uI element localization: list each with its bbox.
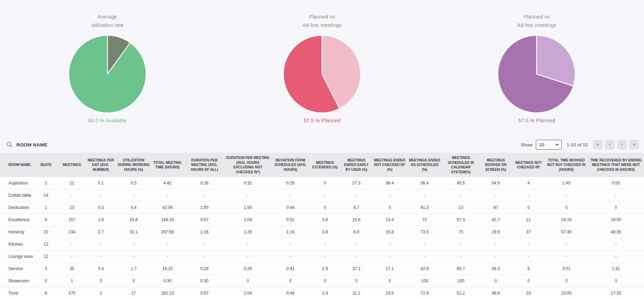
table-cell: - xyxy=(117,189,151,202)
table-cell: 4.4 xyxy=(117,202,151,214)
column-header[interactable]: TOTAL MEETING TIME (HOURS) xyxy=(151,153,184,177)
table-cell: 57:45 xyxy=(545,226,588,238)
chart-value-label: 90.0 % Available xyxy=(88,117,127,124)
table-cell: 27.3 xyxy=(340,177,373,189)
column-header[interactable]: TOTAL TIME BOOKED BUT NOT CHECKED IN (HO… xyxy=(545,153,588,177)
column-header[interactable]: ROOM NAME xyxy=(0,153,33,177)
table-cell: Honesty xyxy=(0,226,33,238)
table-cell: 0.3 xyxy=(85,202,117,214)
column-header[interactable]: MEETINGS SCHEDULED IN CALENDAR SYSTEM(%) xyxy=(442,153,479,177)
table-cell: - xyxy=(310,238,340,251)
table-cell: 1.7 xyxy=(117,263,151,275)
table-cell: - xyxy=(479,189,512,202)
table-cell: 24:15 xyxy=(545,214,588,226)
table-cell: - xyxy=(407,238,442,251)
room-name-search-input[interactable] xyxy=(16,142,122,148)
column-header[interactable]: SEATS xyxy=(33,153,59,177)
next-page-button[interactable]: › xyxy=(617,140,627,150)
page-size-select[interactable]: 20 xyxy=(536,140,561,149)
rooms-table: ROOM NAMESEATSMEETINGSMEETINGS PER DAY (… xyxy=(0,153,644,297)
table-cell: - xyxy=(545,251,588,263)
table-cell: 149:15 xyxy=(151,214,184,226)
column-header[interactable]: MEETINGS ENDED NOT CHECKED IN* (%) xyxy=(373,153,407,177)
table-cell: 17:15 xyxy=(588,287,644,297)
chart-title: Average utilization rate xyxy=(91,13,123,29)
table-cell: 0 xyxy=(340,275,373,287)
table-cell: 2.7 xyxy=(85,226,117,238)
table-cell: 11.2 xyxy=(340,287,373,297)
table-cell: - xyxy=(59,238,85,251)
column-header[interactable]: MEETINGS BOOKED ON SCREEN (%) xyxy=(479,153,512,177)
table-cell: - xyxy=(340,189,373,202)
column-header[interactable]: MEETINGS PER DAY (AVG. NUMBER) xyxy=(85,153,117,177)
column-header[interactable]: DURATION PER MEETING (AVG. HOURS EXCLUDI… xyxy=(225,153,271,177)
table-cell: 6 xyxy=(33,287,59,297)
table-cell: 1 xyxy=(59,275,85,287)
column-header[interactable]: DEVIATION FROM SCHEDULED (AVG. HOURS) xyxy=(271,153,310,177)
table-cell: Collab table xyxy=(0,189,33,202)
table-cell: 0:50 xyxy=(588,177,644,189)
table-row: Service3350.41.716:100:280:290:412.937.1… xyxy=(0,263,644,275)
column-header[interactable]: MEETINGS EXTENDED (%) xyxy=(310,153,340,177)
table-cell: 0 xyxy=(117,275,151,287)
last-page-button[interactable]: » xyxy=(629,140,639,150)
table-cell: 21 xyxy=(512,214,545,226)
table-cell: 0 xyxy=(545,202,588,214)
table-cell: 1:24 xyxy=(271,226,310,238)
page-size-select-wrap: 20 xyxy=(536,140,562,150)
table-cell: 0 xyxy=(479,275,512,287)
table-cell: 65.7 xyxy=(442,263,479,275)
table-cell: 0:25 xyxy=(271,177,310,189)
table-cell: - xyxy=(310,251,340,263)
table-cell: 31.1 xyxy=(117,226,151,238)
table-cell: - xyxy=(59,251,85,263)
table-cell: 0 xyxy=(271,275,310,287)
table-cell: 0 xyxy=(512,202,545,214)
column-header[interactable]: MEETINGS ENDED EARLY BY USER (%) xyxy=(340,153,373,177)
table-cell: 45.5 xyxy=(442,177,479,189)
table-row: Honesty202342.731.1297:581:161:291:243.8… xyxy=(0,226,644,238)
table-cell: 36.4 xyxy=(373,177,407,189)
planned-adhoc-pie-chart xyxy=(282,34,362,114)
table-cell: 1:16 xyxy=(184,226,225,238)
table-cell: 3:01 xyxy=(545,263,588,275)
table-cell: 2.9 xyxy=(310,263,340,275)
column-header[interactable]: MEETINGS ENDED AS SCHEDULED (%) xyxy=(407,153,442,177)
table-cell: 0:57 xyxy=(184,214,225,226)
table-cell: 0 xyxy=(373,202,407,214)
chart-title: Planned vs Ad-hoc meetings xyxy=(302,13,342,29)
table-cell: - xyxy=(373,189,407,202)
page-range-text: 1-10 of 10 xyxy=(567,142,588,147)
first-page-button[interactable]: « xyxy=(593,140,602,150)
table-cell: 157 xyxy=(59,214,85,226)
column-header[interactable]: UTILIZATION DURING WORKING HOURS (%) xyxy=(117,153,151,177)
table-cell: - xyxy=(340,238,373,251)
column-header[interactable]: MEETINGS NOT CHECKED IN* xyxy=(512,153,545,177)
table-cell: 4:42 xyxy=(151,177,184,189)
table-cell: - xyxy=(442,189,479,202)
column-header[interactable]: MEETINGS xyxy=(59,153,85,177)
column-header[interactable]: TIME RECOVERED BY ENDING MEETINGS THAT W… xyxy=(588,153,644,177)
table-cell: - xyxy=(151,251,184,263)
table-cell: - xyxy=(117,238,151,251)
table-cell: - xyxy=(225,189,271,202)
table-cell: 14 xyxy=(33,189,59,202)
table-cell: - xyxy=(151,189,184,202)
table-cell: 23 xyxy=(59,202,85,214)
table-cell: 0 xyxy=(85,275,117,287)
chart-value-label: 57.5 % Planned xyxy=(304,117,340,124)
table-cell: - xyxy=(588,251,644,263)
previous-page-button[interactable]: ‹ xyxy=(605,140,615,150)
table-cell: 0:30 xyxy=(184,275,225,287)
table-cell: 17.1 xyxy=(373,263,407,275)
table-cell: - xyxy=(545,189,588,202)
table-cell: 1 xyxy=(33,202,59,214)
table-cell: 0.1 xyxy=(85,177,117,189)
table-cell: - xyxy=(59,189,85,202)
table-cell: 0:44 xyxy=(271,287,310,297)
table-cell: 0 xyxy=(512,275,545,287)
table-cell: 0 xyxy=(545,275,588,287)
table-cell: 0 xyxy=(310,275,340,287)
column-header[interactable]: DURATION PER MEETING (AVG. HOURS OF ALL) xyxy=(184,153,225,177)
table-cell: Service xyxy=(0,263,33,275)
